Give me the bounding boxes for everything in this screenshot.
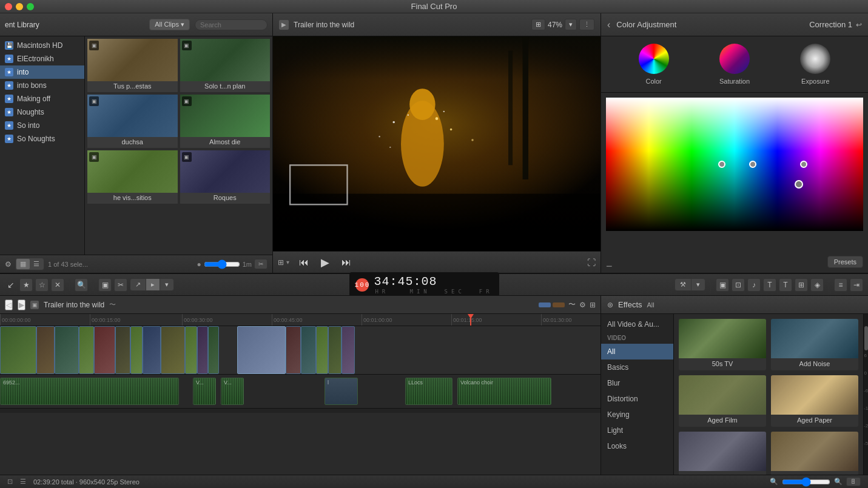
color-handle-3[interactable] <box>800 161 807 168</box>
effects-category-all[interactable]: All <box>601 344 673 359</box>
theme-type-button[interactable]: ◈ <box>810 278 824 292</box>
list-view-button[interactable]: ☰ <box>30 259 43 269</box>
preview-aspect-button[interactable]: ⊞ ▾ <box>278 258 289 267</box>
library-settings-button[interactable]: ⚙ <box>5 260 12 269</box>
table-row[interactable] <box>94 326 115 374</box>
zoom-out-icon[interactable]: 🔍 <box>770 478 778 486</box>
effects-category-looks[interactable]: Looks <box>601 438 673 454</box>
color-reset-button[interactable]: ↩ <box>856 21 862 29</box>
sidebar-item-sointo[interactable]: ★ So into <box>0 119 84 132</box>
table-row[interactable]: H... <box>55 326 79 374</box>
list-item[interactable]: ▣ Tus p...estas <box>87 39 178 92</box>
list-item[interactable]: ▣ he vis...sitios <box>87 150 178 204</box>
preview-settings-button[interactable]: ⋮ <box>579 19 594 30</box>
sidebar-item-electronikh[interactable]: ★ ElEctronikh <box>0 52 84 65</box>
table-row[interactable]: V... <box>193 378 216 405</box>
zoom-slider[interactable] <box>204 259 240 269</box>
trim-tool-dropdown[interactable]: ▾ <box>691 279 705 290</box>
library-search-input[interactable] <box>195 19 267 30</box>
generator-type-button[interactable]: ⊞ <box>795 278 808 292</box>
tool-arrow-button[interactable]: ↙ <box>5 279 17 291</box>
photo-type-button[interactable]: ⊡ <box>732 278 745 292</box>
list-item[interactable]: ▣ duchsa <box>87 95 178 148</box>
play-button[interactable]: ▶ <box>318 256 332 269</box>
zoom-in-icon[interactable]: 🔍 <box>834 478 843 486</box>
effects-all-button[interactable]: All <box>647 301 654 309</box>
effects-category-all-video[interactable]: All Video & Au... <box>601 316 673 332</box>
list-item[interactable]: Add Noise <box>771 319 858 370</box>
clip-trim-button[interactable]: ✂ <box>254 259 267 269</box>
list-item[interactable]: Aged Film <box>679 375 766 427</box>
color-handle-2[interactable] <box>749 161 756 168</box>
fullscreen-button[interactable]: ⛶ <box>587 258 596 267</box>
effects-category-basics[interactable]: Basics <box>601 359 673 375</box>
list-item[interactable] <box>679 432 766 476</box>
table-row[interactable]: Ha... <box>0 326 36 374</box>
list-item[interactable]: ▣ Almost die <box>180 95 271 148</box>
table-row[interactable] <box>79 326 94 374</box>
timeline-zoom-slider[interactable] <box>782 477 830 487</box>
text-type-button[interactable]: T <box>779 278 792 292</box>
effects-scrollbar[interactable]: 6 0 -6 -12 -20 -50 <box>863 314 868 488</box>
effects-category-keying[interactable]: Keying <box>601 407 673 423</box>
preview-fit-button[interactable]: ⊞ <box>531 19 545 30</box>
timeline-play-button[interactable]: ▶ <box>18 299 25 310</box>
presets-button[interactable]: Presets <box>827 256 863 268</box>
tool-clip-button[interactable]: ▣ <box>98 278 112 292</box>
list-item[interactable]: Aged Paper <box>771 375 858 427</box>
sidebar-item-makingoff[interactable]: ★ Making off <box>0 92 84 105</box>
table-row[interactable]: H. <box>208 326 219 374</box>
tool-search-button[interactable]: 🔍 <box>75 278 88 292</box>
tool-group-dropdown[interactable]: ▾ <box>160 279 173 290</box>
color-tool-saturation[interactable]: Saturation <box>719 44 750 85</box>
table-row[interactable] <box>130 326 143 374</box>
color-tool-exposure[interactable]: Exposure <box>800 44 830 85</box>
effects-category-distortion[interactable]: Distortion <box>601 391 673 407</box>
table-row[interactable] <box>301 326 316 374</box>
timeline-back-button[interactable]: ◁ <box>5 299 13 310</box>
table-row[interactable]: Volcano choir <box>457 378 551 405</box>
sidebar-item-intobons[interactable]: ★ into bons <box>0 79 84 92</box>
table-row[interactable] <box>36 326 55 374</box>
table-row[interactable] <box>185 326 197 374</box>
trim-tool-button[interactable]: ⚒ <box>675 279 691 290</box>
sidebar-item-macintosh[interactable]: 💾 Macintosh HD <box>0 39 84 52</box>
zoom-minus-icon[interactable]: ● <box>197 260 201 269</box>
timeline-view-button[interactable]: ⊞ <box>590 301 596 309</box>
timeline-settings-button[interactable]: ⚙ <box>579 301 586 309</box>
library-filter-button[interactable]: All Clips ▾ <box>149 19 190 30</box>
table-row[interactable]: V... <box>221 378 244 405</box>
effects-category-blur[interactable]: Blur <box>601 375 673 391</box>
color-tool-color[interactable]: Color <box>639 44 669 85</box>
table-row[interactable] <box>143 326 161 374</box>
tool-reject-button[interactable]: ✕ <box>51 278 64 292</box>
table-row[interactable] <box>237 326 286 374</box>
video-clip-type-button[interactable]: ▣ <box>716 278 729 292</box>
maximize-button[interactable] <box>27 3 34 10</box>
list-item[interactable] <box>771 432 858 476</box>
list-item[interactable]: ▣ Roques <box>180 150 271 204</box>
sidebar-item-into[interactable]: ★ into <box>0 65 84 79</box>
table-row[interactable]: H. <box>197 326 208 374</box>
tool-group-select[interactable]: ▸ <box>146 279 160 290</box>
tool-blade-button[interactable]: ✂ <box>114 278 127 292</box>
table-row[interactable] <box>115 326 130 374</box>
color-back-button[interactable]: ‹ <box>607 19 610 30</box>
preview-zoom-dropdown[interactable]: ▾ <box>565 19 577 30</box>
audio-type-button[interactable]: ♪ <box>747 278 761 292</box>
list-item[interactable]: 50s TV <box>679 319 766 370</box>
color-handle-1[interactable] <box>718 161 725 168</box>
table-row[interactable]: l <box>325 378 358 405</box>
go-to-start-button[interactable]: ⏮ <box>297 257 311 268</box>
close-button[interactable] <box>5 3 12 10</box>
color-gradient[interactable] <box>606 98 863 231</box>
more-button[interactable]: ≡ <box>834 278 847 292</box>
audio-meter-button[interactable]: 🎚 <box>846 477 861 486</box>
list-item[interactable]: ▣ Solo t...n plan <box>180 39 271 92</box>
table-row[interactable]: LLocs <box>405 378 453 405</box>
title-type-button[interactable]: T <box>763 278 776 292</box>
table-row[interactable]: H... <box>161 326 185 374</box>
grid-view-button[interactable]: ▦ <box>16 259 30 269</box>
tool-rating-neutral-button[interactable]: ☆ <box>35 278 49 292</box>
effects-category-light[interactable]: Light <box>601 423 673 438</box>
